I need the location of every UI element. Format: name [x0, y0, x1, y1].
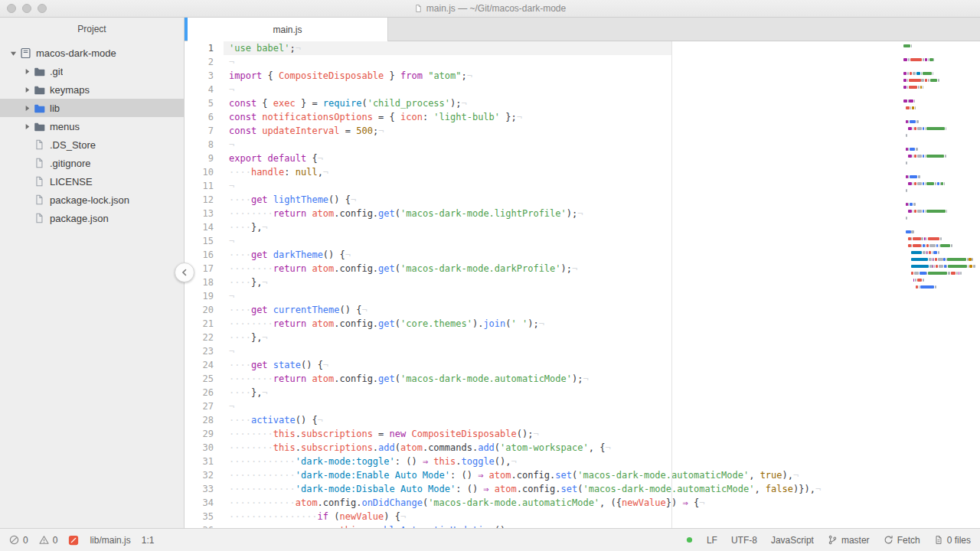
code-line[interactable]: ········this.subscriptions.add(atom.comm…: [224, 441, 980, 455]
line-number[interactable]: 30: [185, 441, 214, 455]
code-area[interactable]: 'use babel';¬¬import { CompositeDisposab…: [224, 41, 980, 528]
close-button[interactable]: [7, 4, 16, 13]
line-number[interactable]: 36: [185, 523, 214, 528]
code-line[interactable]: ············'dark-mode:Disbale Auto Mode…: [224, 482, 980, 496]
chevron-right-icon[interactable]: [21, 123, 32, 130]
code-line[interactable]: ····get currentTheme() {¬: [224, 303, 980, 317]
tree-item-macos-dark-mode[interactable]: macos-dark-mode: [0, 44, 184, 62]
chevron-down-icon[interactable]: [8, 50, 18, 57]
line-number[interactable]: 9: [185, 152, 214, 165]
code-line[interactable]: ············'dark-mode:toggle': () ⇒ thi…: [224, 455, 980, 468]
code-line[interactable]: ¬: [224, 179, 980, 193]
line-number[interactable]: 35: [185, 510, 214, 523]
error-count[interactable]: 0: [9, 535, 28, 546]
line-number[interactable]: 6: [185, 110, 214, 124]
line-number[interactable]: 34: [185, 496, 214, 510]
chevron-right-icon[interactable]: [21, 68, 32, 75]
line-number[interactable]: 13: [185, 207, 214, 220]
tree-item-LICENSE[interactable]: LICENSE: [0, 172, 184, 191]
code-line[interactable]: ········this.subscriptions = new Composi…: [224, 427, 980, 441]
code-line[interactable]: ········return atom.config.get('core.the…: [224, 317, 980, 331]
line-number[interactable]: 29: [185, 427, 214, 441]
tree-item-.gitignore[interactable]: .gitignore: [0, 154, 184, 172]
chevron-right-icon[interactable]: [21, 86, 32, 93]
line-number[interactable]: 1: [185, 41, 214, 55]
code-line[interactable]: ····get lightTheme() {¬: [224, 193, 980, 207]
line-number[interactable]: 21: [185, 317, 214, 331]
minimize-button[interactable]: [22, 4, 31, 13]
line-number[interactable]: 20: [185, 303, 214, 317]
code-line[interactable]: export default {¬: [224, 152, 980, 165]
code-line[interactable]: ····},¬: [224, 331, 980, 344]
line-number[interactable]: 5: [185, 96, 214, 110]
line-number[interactable]: 16: [185, 248, 214, 262]
warning-count[interactable]: 0: [39, 535, 58, 546]
git-fetch[interactable]: Fetch: [884, 535, 920, 546]
grammar-selector[interactable]: JavaScript: [771, 535, 814, 546]
line-number[interactable]: 26: [185, 386, 214, 399]
line-number[interactable]: 4: [185, 83, 214, 96]
code-line[interactable]: ¬: [224, 399, 980, 413]
code-line[interactable]: ················if (newValue) {¬: [224, 510, 980, 523]
line-number[interactable]: 8: [185, 138, 214, 152]
line-number[interactable]: 31: [185, 455, 214, 468]
tab-main.js[interactable]: main.js: [188, 18, 388, 41]
code-line[interactable]: ····},¬: [224, 220, 980, 234]
encoding[interactable]: UTF-8: [731, 535, 757, 546]
code-line[interactable]: ········return atom.config.get('macos-da…: [224, 372, 980, 386]
code-line[interactable]: ········return atom.config.get('macos-da…: [224, 207, 980, 220]
code-line[interactable]: ¬: [224, 55, 980, 69]
code-line[interactable]: ¬: [224, 83, 980, 96]
code-line[interactable]: ····get state() {¬: [224, 358, 980, 372]
tree-item-package-lock.json[interactable]: package-lock.json: [0, 191, 184, 209]
line-ending[interactable]: LF: [707, 535, 717, 546]
code-line[interactable]: import { CompositeDisposable } from "ato…: [224, 69, 980, 83]
line-number[interactable]: 27: [185, 399, 214, 413]
code-line[interactable]: const updateInterval = 500;¬: [224, 124, 980, 138]
code-line[interactable]: ····activate() {¬: [224, 413, 980, 427]
line-number[interactable]: 33: [185, 482, 214, 496]
line-number[interactable]: 28: [185, 413, 214, 427]
code-line[interactable]: ····················this.enableAutomatic…: [224, 523, 980, 528]
line-number[interactable]: 10: [185, 165, 214, 179]
code-line[interactable]: ········return atom.config.get('macos-da…: [224, 262, 980, 276]
line-number[interactable]: 19: [185, 289, 214, 303]
code-line[interactable]: ············atom.config.onDidChange('mac…: [224, 496, 980, 510]
cursor-position[interactable]: 1:1: [142, 535, 155, 546]
tree-item-keymaps[interactable]: keymaps: [0, 80, 184, 99]
line-number[interactable]: 3: [185, 69, 214, 83]
line-number[interactable]: 22: [185, 331, 214, 344]
line-number[interactable]: 25: [185, 372, 214, 386]
code-line[interactable]: ¬: [224, 234, 980, 248]
code-line[interactable]: ····handle: null,¬: [224, 165, 980, 179]
code-line[interactable]: 'use babel';¬: [224, 41, 980, 55]
tree-item-.DS_Store[interactable]: .DS_Store: [0, 135, 184, 154]
file-path[interactable]: lib/main.js: [90, 535, 130, 546]
line-number[interactable]: 7: [185, 124, 214, 138]
tree-item-package.json[interactable]: package.json: [0, 209, 184, 227]
code-line[interactable]: ¬: [224, 138, 980, 152]
status-indicator[interactable]: [686, 536, 693, 543]
line-number[interactable]: 14: [185, 220, 214, 234]
code-line[interactable]: ¬: [224, 289, 980, 303]
git-changed-files[interactable]: 0 files: [934, 535, 971, 546]
linter-status[interactable]: [68, 535, 79, 546]
tree-view-collapse-button[interactable]: [175, 262, 194, 282]
tree-item-menus[interactable]: menus: [0, 117, 184, 135]
minimap[interactable]: [900, 41, 980, 528]
code-line[interactable]: ¬: [224, 344, 980, 358]
zoom-button[interactable]: [38, 4, 47, 13]
line-number[interactable]: 23: [185, 344, 214, 358]
line-number[interactable]: 24: [185, 358, 214, 372]
code-line[interactable]: ····},¬: [224, 276, 980, 289]
line-number[interactable]: 12: [185, 193, 214, 207]
git-branch[interactable]: master: [828, 535, 870, 546]
code-line[interactable]: ····get darkTheme() {¬: [224, 248, 980, 262]
code-line[interactable]: ············'dark-mode:Enable Auto Mode'…: [224, 468, 980, 482]
line-number[interactable]: 11: [185, 179, 214, 193]
line-number[interactable]: 2: [185, 55, 214, 69]
tree-item-lib[interactable]: lib: [0, 99, 184, 117]
tree-item-.git[interactable]: .git: [0, 62, 184, 80]
code-line[interactable]: const { exec } = require('child_process'…: [224, 96, 980, 110]
code-line[interactable]: ····},¬: [224, 386, 980, 399]
